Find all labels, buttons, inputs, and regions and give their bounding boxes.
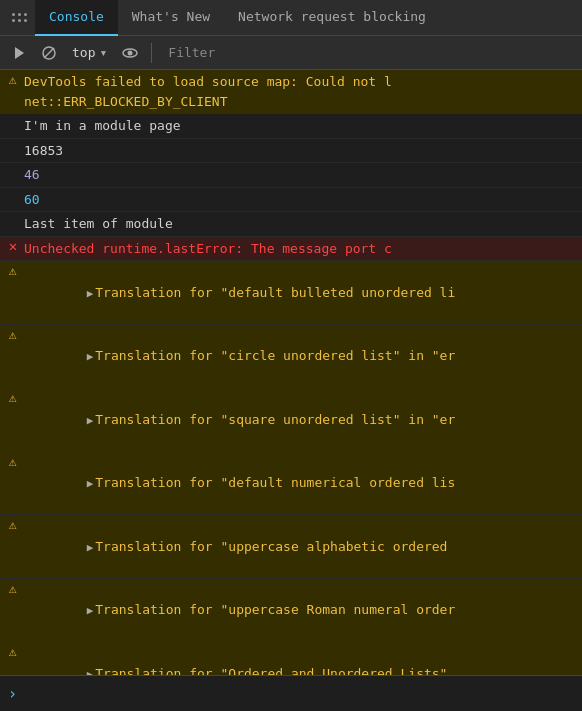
console-output: ⚠ DevTools failed to load source map: Co… [0, 70, 582, 675]
warning-icon-0: ⚠ [6, 73, 20, 87]
devtools-panel: Console What's New Network request block… [0, 0, 582, 711]
execute-icon [11, 45, 27, 61]
line-text-1: I'm in a module page [24, 116, 574, 136]
warning-icon-7: ⚠ [6, 264, 20, 278]
line-text-5: Last item of module [24, 214, 574, 234]
console-line-12: ⚠ ▶Translation for "uppercase Roman nume… [0, 579, 582, 643]
line-text-12: ▶Translation for "uppercase Roman numera… [24, 581, 574, 640]
line-text-4: 60 [24, 190, 574, 210]
line-text-13: ▶Translation for "Ordered and Unordered … [24, 644, 574, 675]
console-line-7: ⚠ ▶Translation for "default bulleted uno… [0, 261, 582, 325]
warning-icon-8: ⚠ [6, 328, 20, 342]
line-text-2: 16853 [24, 141, 574, 161]
console-line-9: ⚠ ▶Translation for "square unordered lis… [0, 388, 582, 452]
console-line-3: 46 [0, 163, 582, 188]
expand-arrow-7[interactable]: ▶ [87, 286, 94, 303]
expand-arrow-8[interactable]: ▶ [87, 349, 94, 366]
svg-line-2 [44, 48, 54, 58]
line-text-0: DevTools failed to load source map: Coul… [24, 72, 574, 111]
svg-point-4 [128, 50, 133, 55]
expand-arrow-11[interactable]: ▶ [87, 540, 94, 557]
line-text-9: ▶Translation for "square unordered list"… [24, 390, 574, 449]
dots-menu[interactable] [4, 13, 35, 22]
context-selector[interactable]: top ▾ [66, 42, 113, 63]
console-input-bar: › [0, 675, 582, 711]
block-icon [41, 45, 57, 61]
line-text-10: ▶Translation for "default numerical orde… [24, 454, 574, 513]
console-line-13: ⚠ ▶Translation for "Ordered and Unordere… [0, 642, 582, 675]
eye-icon [122, 45, 138, 61]
console-line-11: ⚠ ▶Translation for "uppercase alphabetic… [0, 515, 582, 579]
error-icon-6: ✕ [6, 240, 20, 254]
console-line-6: ✕ Unchecked runtime.lastError: The messa… [0, 237, 582, 262]
toolbar-divider [151, 43, 152, 63]
toolbar: top ▾ [0, 36, 582, 70]
tab-bar: Console What's New Network request block… [0, 0, 582, 36]
svg-marker-0 [15, 47, 24, 59]
line-text-6: Unchecked runtime.lastError: The message… [24, 239, 574, 259]
warning-icon-11: ⚠ [6, 518, 20, 532]
tab-whats-new[interactable]: What's New [118, 0, 224, 36]
warning-icon-10: ⚠ [6, 455, 20, 469]
warning-icon-9: ⚠ [6, 391, 20, 405]
execute-button[interactable] [6, 41, 32, 65]
expand-arrow-9[interactable]: ▶ [87, 413, 94, 430]
block-button[interactable] [36, 41, 62, 65]
tab-console[interactable]: Console [35, 0, 118, 36]
console-line-8: ⚠ ▶Translation for "circle unordered lis… [0, 325, 582, 389]
visibility-button[interactable] [117, 41, 143, 65]
console-line-5: Last item of module [0, 212, 582, 237]
warning-icon-13: ⚠ [6, 645, 20, 659]
warning-icon-12: ⚠ [6, 582, 20, 596]
console-line-0: ⚠ DevTools failed to load source map: Co… [0, 70, 582, 114]
context-label: top [72, 45, 95, 60]
tab-network-request-blocking[interactable]: Network request blocking [224, 0, 440, 36]
line-text-8: ▶Translation for "circle unordered list"… [24, 327, 574, 386]
console-prompt: › [8, 685, 17, 703]
console-line-1: I'm in a module page [0, 114, 582, 139]
expand-arrow-13[interactable]: ▶ [87, 667, 94, 676]
console-input[interactable] [25, 686, 574, 701]
console-line-4: 60 [0, 188, 582, 213]
console-line-10: ⚠ ▶Translation for "default numerical or… [0, 452, 582, 516]
chevron-down-icon: ▾ [99, 45, 107, 60]
line-text-7: ▶Translation for "default bulleted unord… [24, 263, 574, 322]
filter-input[interactable] [160, 41, 576, 64]
expand-arrow-10[interactable]: ▶ [87, 476, 94, 493]
line-text-3: 46 [24, 165, 574, 185]
line-text-11: ▶Translation for "uppercase alphabetic o… [24, 517, 574, 576]
console-line-2: 16853 [0, 139, 582, 164]
expand-arrow-12[interactable]: ▶ [87, 603, 94, 620]
